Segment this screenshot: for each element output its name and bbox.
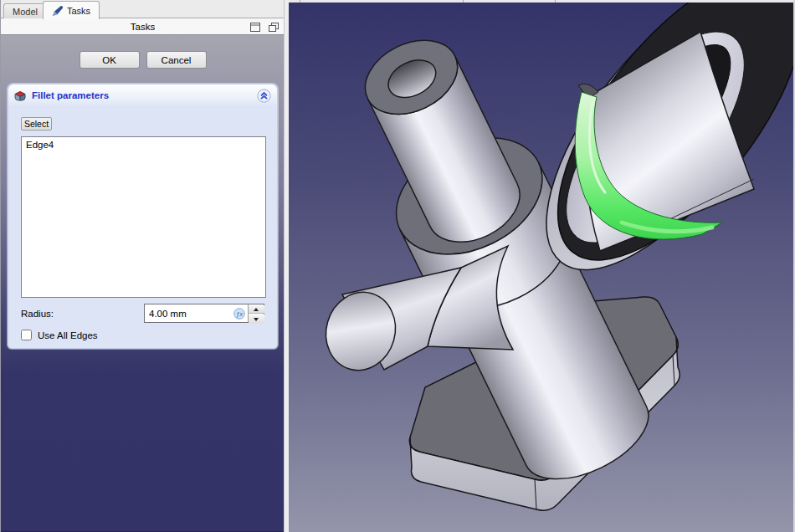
combo-view-tabbar: Model Tasks — [1, 0, 285, 18]
pen-icon — [52, 5, 64, 17]
float-icon[interactable] — [268, 21, 280, 33]
cancel-button[interactable]: Cancel — [146, 51, 207, 69]
freecad-window: Model Tasks Tasks — [0, 0, 795, 532]
panel-title: Tasks — [1, 22, 285, 32]
spin-up-icon[interactable] — [249, 305, 264, 315]
panel-titlebar: Tasks — [1, 18, 285, 35]
edge-list[interactable]: Edge4 — [21, 136, 266, 298]
tab-model-label: Model — [13, 7, 38, 17]
edge-list-item[interactable]: Edge4 — [22, 137, 265, 152]
radius-label: Radius: — [21, 309, 54, 319]
expression-fx-icon[interactable]: ƒx — [233, 308, 245, 320]
svg-text:ƒx: ƒx — [236, 310, 243, 318]
task-panel: OK Cancel Fillet parameters — [1, 35, 285, 532]
spin-down-icon[interactable] — [249, 315, 264, 324]
toolbar-edge-strip — [289, 0, 795, 3]
tab-tasks[interactable]: Tasks — [43, 1, 100, 19]
radius-input[interactable] — [145, 304, 233, 322]
tab-model[interactable]: Model — [3, 3, 47, 18]
combo-view-panel: Model Tasks Tasks — [0, 0, 284, 532]
dock-icon[interactable] — [249, 21, 261, 33]
collapse-group-button[interactable] — [257, 89, 271, 103]
select-button[interactable]: Select — [21, 117, 52, 130]
radius-spinbox: ƒx — [144, 304, 264, 323]
fillet-group-header: Fillet parameters — [8, 84, 277, 106]
fillet-parameters-group: Fillet parameters Select Edge4 — [8, 84, 278, 349]
ok-button[interactable]: OK — [80, 51, 140, 69]
fillet-cube-icon — [13, 90, 27, 102]
3d-viewport[interactable] — [289, 0, 795, 532]
use-all-edges-checkbox[interactable] — [21, 330, 32, 340]
use-all-edges-label: Use All Edges — [38, 330, 98, 340]
tab-tasks-label: Tasks — [67, 6, 90, 16]
fillet-group-title: Fillet parameters — [32, 90, 109, 100]
